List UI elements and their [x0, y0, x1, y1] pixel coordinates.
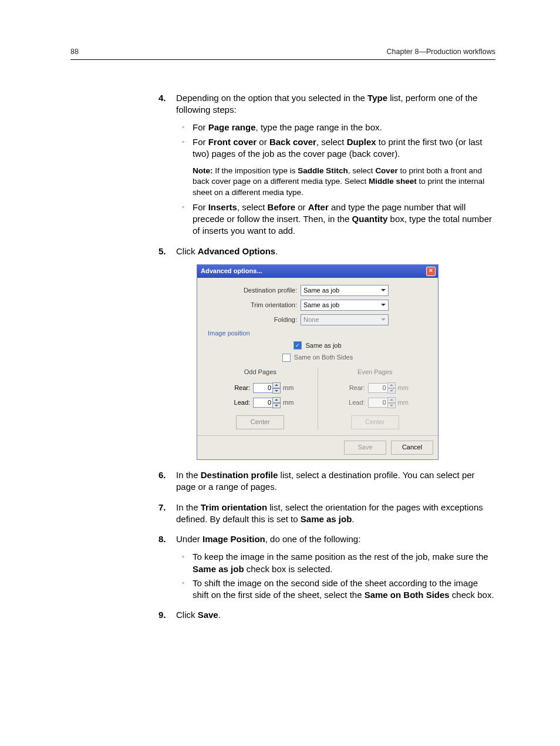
- even-rear-input: 0: [368, 383, 388, 393]
- step-5: 5. Click Advanced Options. Advanced opti…: [176, 246, 495, 461]
- same-both-sides-checkbox-row: Same on Both Sides: [203, 353, 432, 362]
- rear-label: Rear:: [227, 384, 250, 392]
- even-center-button: Center: [351, 415, 399, 429]
- dialog-titlebar[interactable]: Advanced options... ×: [197, 264, 438, 278]
- folding-select: None: [301, 314, 389, 325]
- spinner-buttons[interactable]: [272, 397, 281, 408]
- chapter-title: Chapter 8—Production workflows: [387, 47, 496, 57]
- advanced-options-dialog: Advanced options... × Destination profil…: [197, 264, 438, 460]
- even-pages-heading: Even Pages: [357, 368, 392, 377]
- rear-label: Rear:: [342, 384, 365, 392]
- step8-bullet-same-as-job: To keep the image in the same position a…: [193, 551, 495, 575]
- folding-label: Folding:: [203, 315, 301, 324]
- close-icon[interactable]: ×: [426, 267, 436, 276]
- step-number: 4.: [158, 92, 166, 104]
- page-header: 88 Chapter 8—Production workflows: [70, 47, 495, 60]
- cancel-button[interactable]: Cancel: [391, 441, 433, 455]
- step-number: 9.: [158, 609, 166, 621]
- document-page: 88 Chapter 8—Production workflows 4. Dep…: [0, 0, 560, 746]
- spinner-buttons: [387, 397, 396, 408]
- dialog-title: Advanced options...: [201, 267, 262, 275]
- page-number: 88: [70, 47, 79, 57]
- trim-orientation-select[interactable]: Same as job: [301, 300, 389, 311]
- step-6: 6. In the Destination profile list, sele…: [176, 469, 495, 493]
- odd-rear-input[interactable]: 0: [253, 383, 273, 393]
- step4-bullet-page-range: For Page range, type the page range in t…: [193, 122, 495, 133]
- step4-bullet-inserts: For Inserts, select Before or After and …: [193, 201, 495, 237]
- odd-pages-column: Odd Pages Rear: 0 mm Lead: 0: [203, 368, 318, 429]
- step-number: 5.: [158, 246, 166, 257]
- save-button: Save: [344, 441, 386, 455]
- lead-label: Lead:: [342, 398, 365, 407]
- same-as-job-checkbox-row[interactable]: ✓ Same as job: [203, 341, 432, 350]
- destination-profile-label: Destination profile:: [203, 286, 301, 295]
- spinner-buttons: [387, 382, 396, 394]
- trim-orientation-label: Trim orientation:: [203, 301, 301, 310]
- step-4: 4. Depending on the option that you sele…: [176, 92, 495, 237]
- spinner-buttons[interactable]: [272, 382, 281, 394]
- step-number: 8.: [158, 533, 166, 545]
- checkbox-checked-icon[interactable]: ✓: [294, 341, 302, 350]
- step-7: 7. In the Trim orientation list, select …: [176, 502, 495, 526]
- lead-label: Lead:: [227, 398, 250, 407]
- odd-center-button: Center: [236, 415, 284, 429]
- chevron-down-icon: [381, 289, 386, 291]
- step4-note: Note: If the imposition type is Saddle S…: [193, 166, 495, 198]
- step-text: Depending on the option that you selecte…: [176, 93, 477, 115]
- step-number: 6.: [158, 469, 166, 481]
- step4-bullet-cover: For Front cover or Back cover, select Du…: [193, 136, 495, 198]
- step-number: 7.: [158, 502, 166, 513]
- step-8: 8. Under Image Position, do one of the f…: [176, 533, 495, 601]
- chevron-down-icon: [381, 304, 386, 306]
- even-pages-column: Even Pages Rear: 0 mm Lead: 0: [318, 368, 433, 429]
- even-lead-input: 0: [368, 398, 388, 408]
- destination-profile-select[interactable]: Same as job: [301, 285, 389, 296]
- image-position-section: Image position: [208, 329, 432, 338]
- checkbox-icon: [282, 354, 291, 362]
- step8-bullet-both-sides: To shift the image on the second side of…: [193, 577, 495, 601]
- chevron-down-icon: [381, 318, 386, 321]
- odd-lead-input[interactable]: 0: [253, 398, 273, 408]
- step-9: 9. Click Save.: [176, 609, 495, 621]
- odd-pages-heading: Odd Pages: [244, 368, 276, 377]
